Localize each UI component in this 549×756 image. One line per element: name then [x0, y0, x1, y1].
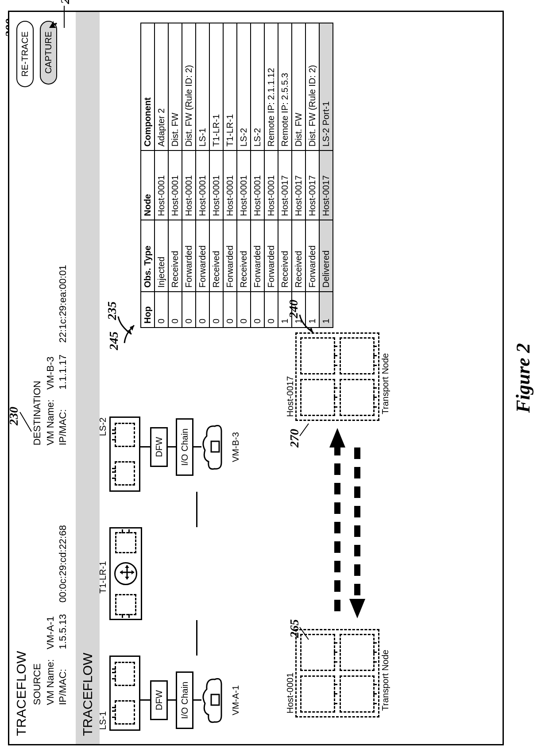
- vm-slot-icon: [300, 337, 335, 374]
- dest-mac: 22:1c:29:ea:00:01: [57, 265, 68, 343]
- table-cell: Dist. FW (Rule ID: 2): [182, 23, 196, 150]
- ls1-node: [109, 656, 140, 731]
- source-ip: 1.5.5.13: [57, 614, 68, 649]
- table-cell: Host-0001: [223, 150, 237, 220]
- dest-vm: VM-B-3: [45, 357, 56, 390]
- table-cell: Host-0001: [264, 150, 278, 220]
- vm-slot-icon: [340, 337, 375, 374]
- table-cell: Host-0001: [251, 150, 264, 220]
- table-cell: Injected: [155, 220, 168, 292]
- table-row: 1ForwardedHost-0017Dist. FW (Rule ID: 2): [305, 23, 319, 328]
- tnode-label: Transport Node: [380, 650, 390, 711]
- table-header: Node: [141, 150, 155, 220]
- figure-caption: Figure 2: [512, 11, 534, 745]
- svg-rect-0: [211, 694, 219, 705]
- window-frame: 230 TRACEFLOW SOURCE VM Name: VM-A-1 IP/…: [8, 11, 504, 745]
- switch-port-icon: [115, 700, 135, 725]
- input-panel: TRACEFLOW SOURCE VM Name: VM-A-1 IP/MAC:…: [9, 12, 76, 744]
- cloud-icon: [201, 423, 227, 471]
- vm-b-node: [201, 423, 230, 471]
- source-block: SOURCE VM Name: VM-A-1 IP/MAC: 1.5.5.13 …: [31, 525, 70, 705]
- table-cell: 0: [168, 292, 182, 328]
- table-cell: 0: [182, 292, 196, 328]
- host2-label: Host-0017: [285, 376, 295, 417]
- vmname-label: VM Name:: [45, 652, 56, 705]
- vm-a-label: VM-A-1: [231, 685, 241, 715]
- table-cell: Remote IP: 2.1.1.12: [264, 23, 278, 150]
- lr-label: T1-LR-1: [98, 561, 108, 594]
- table-cell: Host-0017: [292, 150, 305, 220]
- arrow-icon: [122, 321, 137, 346]
- cursor-icon: [48, 19, 58, 29]
- result-title: TRACEFLOW: [76, 12, 100, 744]
- table-cell: Forwarded: [182, 220, 196, 292]
- table-cell: Host-0001: [196, 150, 209, 220]
- table-cell: Forwarded: [264, 220, 278, 292]
- table-cell: Forwarded: [196, 220, 209, 292]
- tunnel-arrows-icon: [313, 421, 379, 625]
- callout-245: 245: [107, 45, 121, 350]
- router-port-icon: [115, 532, 136, 553]
- vm-slot-icon: [340, 379, 375, 416]
- table-cell: Host-0001: [237, 150, 251, 220]
- leader-line-icon: [59, 3, 70, 30]
- table-row: 0ForwardedHost-0001LS-1: [196, 23, 209, 328]
- dest-heading: DESTINATION: [31, 265, 43, 445]
- table-cell: Dist. FW: [168, 23, 182, 150]
- capture-label: CAPTURE: [43, 31, 53, 74]
- capture-button[interactable]: CAPTURE: [40, 21, 57, 85]
- table-cell: 1: [319, 292, 333, 328]
- switch-port-icon: [115, 461, 135, 486]
- transport-node-1: Host-0001 Transport Node: [295, 629, 379, 717]
- dfw-node: DFW: [150, 427, 168, 467]
- ls2-node: [109, 417, 140, 492]
- dest-block: DESTINATION VM Name: VM-B-3 IP/MAC: 1.1.…: [31, 265, 70, 445]
- table-cell: Host-0017: [305, 150, 319, 220]
- router-icon: [114, 562, 137, 585]
- vm-slot-icon: [340, 675, 375, 713]
- table-row: 0ForwardedHost-0001T1-LR-1: [223, 23, 237, 328]
- table-cell: Host-0017: [319, 150, 333, 220]
- vm-slot-icon: [300, 379, 335, 416]
- table-cell: Host-0001: [155, 150, 168, 220]
- svg-rect-1: [211, 441, 219, 452]
- table-cell: T1-LR-1: [223, 23, 237, 150]
- host1-label: Host-0001: [285, 673, 295, 714]
- vmname-label: VM Name:: [45, 392, 56, 445]
- table-row: 0ReceivedHost-0001Dist. FW: [168, 23, 182, 328]
- table-cell: Forwarded: [223, 220, 237, 292]
- table-cell: Host-0001: [209, 150, 223, 220]
- table-cell: Received: [209, 220, 223, 292]
- arrow-icon: [297, 311, 317, 338]
- table-row: 0InjectedHost-0001Adapter 2: [155, 23, 168, 328]
- table-cell: Adapter 2: [155, 23, 168, 150]
- table-row: 0ReceivedHost-0001T1-LR-1: [209, 23, 223, 328]
- source-mac: 00:0c:29:cd:22:68: [57, 525, 68, 602]
- dest-ip: 1.1.1.17: [57, 355, 68, 390]
- table-row: 1DeliveredHost-0017LS-2 Port-1: [319, 23, 333, 328]
- leader-line-icon: [298, 625, 311, 642]
- lr-node: [109, 527, 142, 620]
- vm-b-label: VM-B-3: [231, 432, 241, 462]
- table-cell: 0: [209, 292, 223, 328]
- physical-topology: Host-0001 Transport Node Host-0017: [295, 332, 379, 731]
- ipmac-label: IP/MAC:: [57, 652, 69, 705]
- table-header: Obs. Type: [141, 220, 155, 292]
- table-cell: 0: [196, 292, 209, 328]
- page-title: TRACEFLOW: [14, 20, 29, 736]
- table-cell: LS-2: [251, 23, 264, 150]
- table-row: 1ReceivedHost-0017Dist. FW: [292, 23, 305, 328]
- table-cell: Host-0017: [278, 150, 292, 220]
- switch-port-icon: [115, 662, 135, 686]
- ipmac-label: IP/MAC:: [57, 392, 69, 445]
- table-cell: Delivered: [319, 220, 333, 292]
- retrace-button[interactable]: RE-TRACE: [16, 21, 34, 87]
- table-cell: 0: [264, 292, 278, 328]
- table-cell: 0: [237, 292, 251, 328]
- switch-port-icon: [115, 423, 135, 447]
- table-cell: Host-0001: [168, 150, 182, 220]
- table-cell: 0: [223, 292, 237, 328]
- vm-a-node: [201, 676, 230, 725]
- leader-line-icon: [298, 421, 311, 439]
- tnode-label: Transport Node: [380, 353, 390, 414]
